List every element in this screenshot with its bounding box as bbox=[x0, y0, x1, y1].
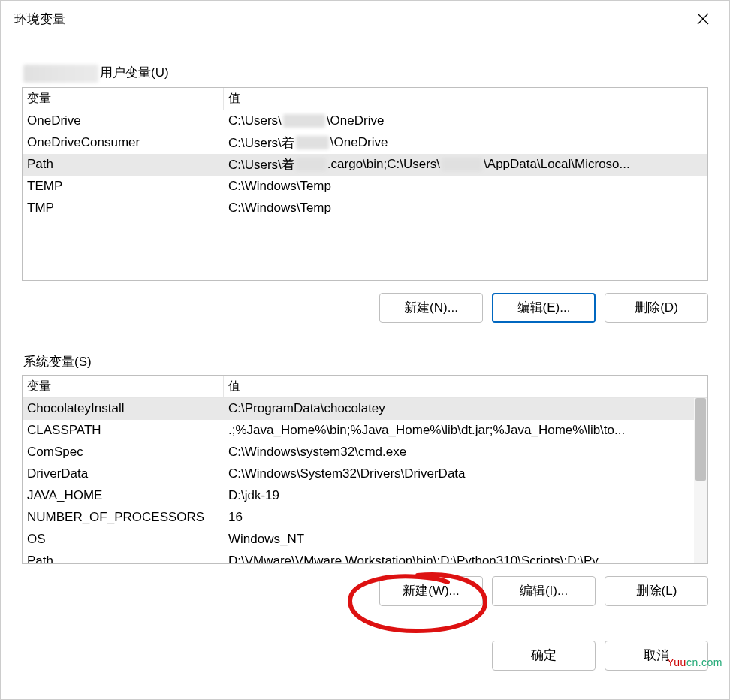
column-header-variable[interactable]: 变量 bbox=[23, 88, 224, 110]
user-edit-button[interactable]: 编辑(E)... bbox=[492, 293, 596, 323]
table-row[interactable]: PathD:\VMware\VMware Workstation\bin\;D:… bbox=[23, 551, 707, 564]
cell-value: Windows_NT bbox=[224, 530, 707, 548]
table-row[interactable]: DriverDataC:\Windows\System32\Drivers\Dr… bbox=[23, 463, 707, 485]
table-row[interactable]: ChocolateyInstallC:\ProgramData\chocolat… bbox=[23, 398, 707, 420]
system-variables-label: 系统变量(S) bbox=[23, 353, 729, 370]
cell-variable: CLASSPATH bbox=[23, 421, 224, 439]
cell-value: C:\Users\着\OneDrive bbox=[224, 133, 707, 153]
system-variables-list[interactable]: 变量 值 ChocolateyInstallC:\ProgramData\cho… bbox=[22, 375, 708, 564]
cell-value: C:\Users\\OneDrive bbox=[224, 112, 707, 130]
cell-variable: TMP bbox=[23, 199, 224, 217]
system-new-button[interactable]: 新建(W)... bbox=[379, 576, 483, 606]
table-row[interactable]: NUMBER_OF_PROCESSORS16 bbox=[23, 507, 707, 529]
cell-value: C:\ProgramData\chocolatey bbox=[224, 400, 707, 418]
watermark: Yuucn.com bbox=[667, 656, 722, 668]
cell-value: D:\jdk-19 bbox=[224, 487, 707, 505]
table-row[interactable]: CLASSPATH.;%Java_Home%\bin;%Java_Home%\l… bbox=[23, 420, 707, 442]
cell-value: C:\Windows\Temp bbox=[224, 199, 707, 217]
cell-variable: ComSpec bbox=[23, 443, 224, 461]
dialog-title: 环境变量 bbox=[14, 11, 65, 28]
titlebar: 环境变量 bbox=[1, 1, 729, 37]
user-variables-list[interactable]: 变量 值 OneDriveC:\Users\\OneDriveOneDriveC… bbox=[22, 87, 708, 281]
cell-variable: OneDriveConsumer bbox=[23, 134, 224, 152]
table-row[interactable]: PathC:\Users\着.cargo\bin;C:\Users\\AppDa… bbox=[23, 154, 707, 176]
user-variables-label: 用户变量(U) bbox=[23, 64, 729, 83]
table-row[interactable]: OSWindows_NT bbox=[23, 529, 707, 551]
scrollbar-thumb[interactable] bbox=[695, 398, 706, 481]
environment-variables-dialog: 环境变量 用户变量(U) 变量 值 OneDriveC:\Users\\OneD… bbox=[0, 0, 730, 700]
table-row[interactable]: TEMPC:\Windows\Temp bbox=[23, 176, 707, 198]
ok-button[interactable]: 确定 bbox=[492, 641, 596, 671]
user-new-button[interactable]: 新建(N)... bbox=[379, 293, 483, 323]
cell-value: .;%Java_Home%\bin;%Java_Home%\lib\dt.jar… bbox=[224, 421, 707, 439]
system-delete-button[interactable]: 删除(L) bbox=[605, 576, 708, 606]
table-row[interactable]: OneDriveC:\Users\\OneDrive bbox=[23, 110, 707, 132]
cell-variable: Path bbox=[23, 155, 224, 173]
table-row[interactable]: ComSpecC:\Windows\system32\cmd.exe bbox=[23, 442, 707, 463]
cell-value: C:\Windows\Temp bbox=[224, 177, 707, 195]
column-header-variable[interactable]: 变量 bbox=[23, 376, 224, 397]
user-button-row: 新建(N)... 编辑(E)... 删除(D) bbox=[22, 293, 708, 323]
dialog-actions: 确定 取消 bbox=[22, 641, 708, 671]
column-header-value[interactable]: 值 bbox=[224, 376, 707, 397]
scrollbar[interactable] bbox=[694, 398, 707, 563]
cell-variable: OS bbox=[23, 530, 224, 548]
list-header: 变量 值 bbox=[23, 376, 707, 398]
table-row[interactable]: JAVA_HOMED:\jdk-19 bbox=[23, 485, 707, 507]
cell-variable: ChocolateyInstall bbox=[23, 400, 224, 418]
cell-variable: Path bbox=[23, 552, 224, 564]
cell-value: C:\Users\着.cargo\bin;C:\Users\\AppData\L… bbox=[224, 155, 707, 175]
close-icon bbox=[697, 13, 709, 25]
cell-variable: TEMP bbox=[23, 177, 224, 195]
system-button-row: 新建(W)... 编辑(I)... 删除(L) bbox=[22, 576, 708, 606]
table-row[interactable]: OneDriveConsumerC:\Users\着\OneDrive bbox=[23, 132, 707, 154]
cell-variable: OneDrive bbox=[23, 112, 224, 130]
cell-value: C:\Windows\System32\Drivers\DriverData bbox=[224, 465, 707, 483]
cell-variable: DriverData bbox=[23, 465, 224, 483]
watermark-a: Yuu bbox=[667, 656, 686, 668]
user-delete-button[interactable]: 删除(D) bbox=[605, 293, 708, 323]
list-header: 变量 值 bbox=[23, 88, 707, 110]
table-row[interactable]: TMPC:\Windows\Temp bbox=[23, 198, 707, 219]
close-button[interactable] bbox=[686, 7, 720, 31]
cell-variable: NUMBER_OF_PROCESSORS bbox=[23, 508, 224, 527]
cell-value: 16 bbox=[224, 508, 707, 527]
cell-value: D:\VMware\VMware Workstation\bin\;D:\Pyt… bbox=[224, 552, 707, 564]
cell-variable: JAVA_HOME bbox=[23, 487, 224, 505]
user-variables-label-text: 用户变量(U) bbox=[100, 65, 169, 80]
watermark-b: cn.com bbox=[686, 656, 722, 668]
column-header-value[interactable]: 值 bbox=[224, 88, 707, 110]
redacted-username bbox=[23, 65, 98, 83]
system-edit-button[interactable]: 编辑(I)... bbox=[492, 576, 596, 606]
cell-value: C:\Windows\system32\cmd.exe bbox=[224, 443, 707, 461]
